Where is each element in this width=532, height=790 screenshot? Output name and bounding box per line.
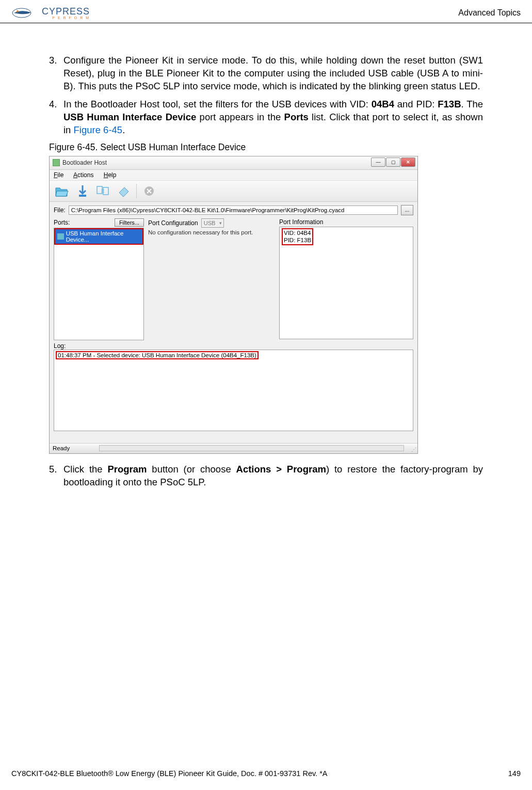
figure-link[interactable]: Figure 6-45 <box>74 124 123 135</box>
toolbar <box>50 181 417 202</box>
toolbar-separator <box>136 184 137 198</box>
status-text: Ready <box>53 445 99 451</box>
stop-icon[interactable] <box>140 183 158 199</box>
menubar: File Actions Help <box>50 170 417 181</box>
port-info-column: Port Information VID: 04B4 PID: F13B <box>279 218 413 340</box>
step-4: 4. In the Bootloader Host tool, set the … <box>49 98 483 137</box>
browse-button[interactable]: ... <box>401 205 413 215</box>
ports-label: Ports: <box>54 219 70 226</box>
info-label: Port Information <box>279 218 413 226</box>
config-text: No configuration necessary for this port… <box>148 229 275 236</box>
log-section: Log: 01:48:37 PM - Selected device: USB … <box>50 340 417 431</box>
logo-brand: CYPRESS <box>42 6 90 17</box>
app-icon <box>53 159 60 166</box>
erase-icon[interactable] <box>115 183 133 199</box>
bootloader-window: Bootloader Host — ▢ ✕ File Actions Help <box>49 156 418 454</box>
statusbar: Ready ⋰ <box>50 443 417 453</box>
footer-page-num: 149 <box>508 769 521 778</box>
window-title: Bootloader Host <box>62 159 107 166</box>
resize-grip-icon[interactable]: ⋰ <box>411 447 416 452</box>
ports-column: Ports: Filters... USB Human Interface De… <box>54 218 144 340</box>
step-text: Configure the Pioneer Kit in service mod… <box>63 54 483 93</box>
port-item-usb-hid[interactable]: USB Human Interface Device... <box>54 228 143 245</box>
step-number: 5. <box>49 463 63 489</box>
figure-caption: Figure 6-45. Select USB Human Interface … <box>49 142 483 153</box>
logo: CYPRESS P E R F O R M <box>11 5 90 21</box>
file-path-input[interactable]: C:\Program Files (x86)\Cypress\CY8CKIT-0… <box>69 206 398 215</box>
open-icon[interactable] <box>53 183 71 199</box>
menu-actions[interactable]: Actions <box>73 171 93 179</box>
step-text: In the Bootloader Host tool, set the fil… <box>63 98 483 137</box>
close-button[interactable]: ✕ <box>401 157 415 167</box>
verify-icon[interactable] <box>94 183 112 199</box>
window-controls: — ▢ ✕ <box>370 157 415 167</box>
maximize-button[interactable]: ▢ <box>386 157 400 167</box>
log-label: Log: <box>54 342 413 350</box>
step-5: 5. Click the Program button (or choose A… <box>49 463 483 489</box>
config-header: Port Configuration USB <box>148 218 275 228</box>
ports-list[interactable]: USB Human Interface Device... <box>54 228 144 340</box>
svg-rect-2 <box>79 195 86 197</box>
menu-file[interactable]: File <box>54 171 63 179</box>
usb-icon <box>57 233 64 240</box>
menu-help[interactable]: Help <box>104 171 117 179</box>
info-pid: PID: F13B <box>284 236 311 244</box>
svg-rect-4 <box>103 187 108 195</box>
program-icon[interactable] <box>73 183 92 199</box>
file-label: File: <box>54 207 66 214</box>
config-label: Port Configuration <box>148 219 198 227</box>
mid-section: Ports: Filters... USB Human Interface De… <box>50 218 417 340</box>
file-row: File: C:\Program Files (x86)\Cypress\CY8… <box>50 202 417 218</box>
page-footer: CY8CKIT-042-BLE Bluetooth® Low Energy (B… <box>0 769 532 778</box>
titlebar: Bootloader Host — ▢ ✕ <box>50 156 417 170</box>
footer-doc-ref: CY8CKIT-042-BLE Bluetooth® Low Energy (B… <box>11 769 328 778</box>
log-box: 01:48:37 PM - Selected device: USB Human… <box>54 350 413 431</box>
info-box: VID: 04B4 PID: F13B <box>279 227 413 339</box>
section-title: Advanced Topics <box>458 8 521 18</box>
filters-button[interactable]: Filters... <box>115 218 144 227</box>
log-entry-highlight: 01:48:37 PM - Selected device: USB Human… <box>56 351 259 359</box>
svg-point-1 <box>17 10 19 12</box>
progress-bar <box>99 445 404 451</box>
step-3: 3. Configure the Pioneer Kit in service … <box>49 54 483 93</box>
minimize-button[interactable]: — <box>371 157 385 167</box>
step-number: 3. <box>49 54 63 93</box>
page-header: CYPRESS P E R F O R M Advanced Topics <box>0 0 532 23</box>
content-area: 3. Configure the Pioneer Kit in service … <box>0 23 532 489</box>
logo-graphic-icon <box>11 5 40 21</box>
ports-header: Ports: Filters... <box>54 218 144 227</box>
vid-pid-highlight: VID: 04B4 PID: F13B <box>282 228 313 245</box>
step-number: 4. <box>49 98 63 137</box>
port-config-column: Port Configuration USB No configuration … <box>148 218 275 340</box>
step-text: Click the Program button (or choose Acti… <box>63 463 483 489</box>
config-select[interactable]: USB <box>201 218 224 228</box>
info-vid: VID: 04B4 <box>284 229 311 236</box>
